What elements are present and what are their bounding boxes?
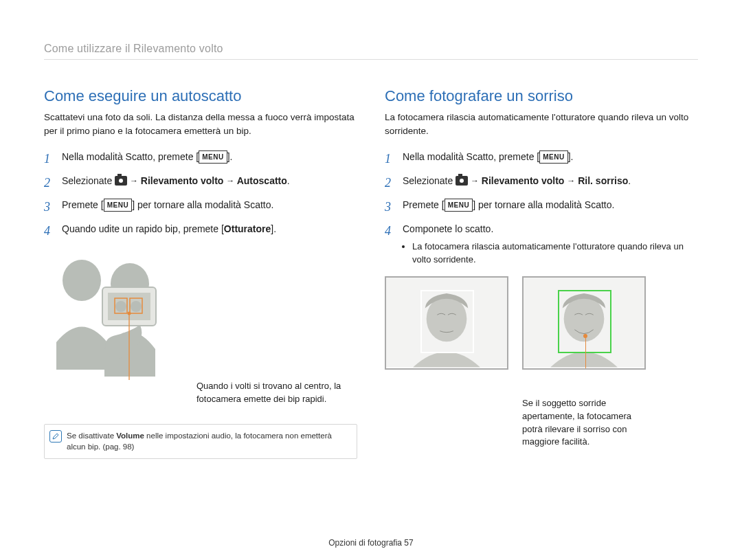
sub-bullet: La fotocamera rilascia automaticamente l… (403, 240, 698, 267)
step-text: Premete [ (403, 199, 445, 210)
footer-text: Opzioni di fotografia (328, 538, 404, 548)
selfie-illustration (44, 246, 181, 406)
arrow-icon: → (226, 176, 234, 186)
step-text: Selezionate (403, 175, 456, 186)
intro-autoscatto: Scattatevi una foto da soli. La distanza… (44, 111, 357, 137)
step-1: Nella modalità Scatto, premete [MENU]. (385, 150, 698, 164)
callout-pointer (585, 334, 586, 370)
step-2: Selezionate → Rilevamento volto → Ril. s… (385, 174, 698, 188)
steps-autoscatto: Nella modalità Scatto, premete [MENU]. S… (44, 150, 357, 236)
step-2: Selezionate → Rilevamento volto → Autosc… (44, 174, 357, 188)
step-text: . (628, 175, 631, 186)
smile-caption: Se il soggetto sorride apertamente, la f… (522, 397, 653, 449)
arrow-icon: → (567, 176, 575, 186)
svg-point-0 (63, 260, 101, 301)
note-box: Se disattivate Volume nelle impostazioni… (44, 424, 357, 459)
step-text: ]. (271, 223, 276, 234)
face-detect-frame-white (420, 290, 474, 353)
breadcrumb: Come utilizzare il Rilevamento volto (44, 43, 698, 60)
step-text-bold: Ril. sorriso (575, 175, 628, 186)
camera-icon (456, 176, 468, 186)
page-footer: Opzioni di fotografia 57 (0, 538, 742, 548)
shot-neutral (385, 276, 508, 370)
svg-point-5 (131, 301, 142, 312)
step-1: Nella modalità Scatto, premete [MENU]. (44, 150, 357, 164)
step-text: Nella modalità Scatto, premete [ (62, 151, 199, 162)
menu-label: MENU (539, 150, 567, 164)
step-text: Componete lo scatto. (403, 223, 493, 234)
manual-page: Come utilizzare il Rilevamento volto Com… (0, 0, 742, 486)
sub-bullet-item: La fotocamera rilascia automaticamente l… (412, 240, 698, 267)
note-part: Se disattivate (67, 432, 116, 440)
smile-caption-row: Se il soggetto sorride apertamente, la f… (385, 397, 698, 449)
step-text: Nella modalità Scatto, premete [ (403, 151, 539, 162)
intro-sorriso: La fotocamera rilascia automaticamente l… (385, 111, 698, 137)
step-text-bold: Autoscatto (234, 175, 286, 186)
step-text: . (287, 175, 290, 186)
col-autoscatto: Come eseguire un autoscatto Scattatevi u… (44, 87, 357, 459)
step-3: Premete [MENU] per tornare alla modalità… (44, 198, 357, 212)
content-columns: Come eseguire un autoscatto Scattatevi u… (44, 87, 698, 459)
page-number: 57 (404, 538, 413, 548)
menu-label: MENU (199, 150, 227, 164)
step-text: Premete [ (62, 199, 104, 210)
arrow-icon: → (130, 176, 138, 186)
step-text-bold: Otturatore (224, 223, 271, 234)
step-text: Quando udite un rapido bip, premete [ (62, 223, 224, 234)
menu-label: MENU (445, 199, 473, 212)
steps-sorriso: Nella modalità Scatto, premete [MENU]. S… (385, 150, 698, 267)
col-sorriso: Come fotografare un sorriso La fotocamer… (385, 87, 698, 459)
shot-smiling (522, 276, 646, 370)
illustration-caption: Quando i volti si trovano al centro, la … (196, 246, 348, 406)
step-4: Quando udite un rapido bip, premete [Ott… (44, 222, 357, 236)
face-detect-frame-green (558, 290, 611, 353)
camera-icon (115, 176, 127, 186)
illustration-wrap: Quando i volti si trovano al centro, la … (44, 246, 357, 406)
section-title-sorriso: Come fotografare un sorriso (385, 87, 698, 105)
pencil-note-icon (49, 430, 62, 443)
step-text: Selezionate (62, 175, 115, 186)
step-text: ]. (568, 151, 574, 162)
note-text: Se disattivate Volume nelle impostazioni… (67, 425, 357, 458)
step-text: ]. (227, 151, 233, 162)
step-3: Premete [MENU] per tornare alla modalità… (385, 198, 698, 212)
section-title-autoscatto: Come eseguire un autoscatto (44, 87, 357, 105)
svg-point-9 (128, 312, 131, 315)
note-part-bold: Volume (116, 432, 144, 440)
menu-label: MENU (104, 199, 132, 212)
svg-point-4 (115, 301, 126, 312)
step-text-bold: Rilevamento volto (479, 175, 567, 186)
note-icon (45, 425, 67, 458)
step-4: Componete lo scatto. La fotocamera rilas… (385, 222, 698, 267)
step-text-bold: Rilevamento volto (138, 175, 226, 186)
step-text: ] per tornare alla modalità Scatto. (132, 199, 273, 210)
smile-shots-row (385, 276, 698, 370)
arrow-icon: → (471, 176, 479, 186)
step-text: ] per tornare alla modalità Scatto. (473, 199, 614, 210)
